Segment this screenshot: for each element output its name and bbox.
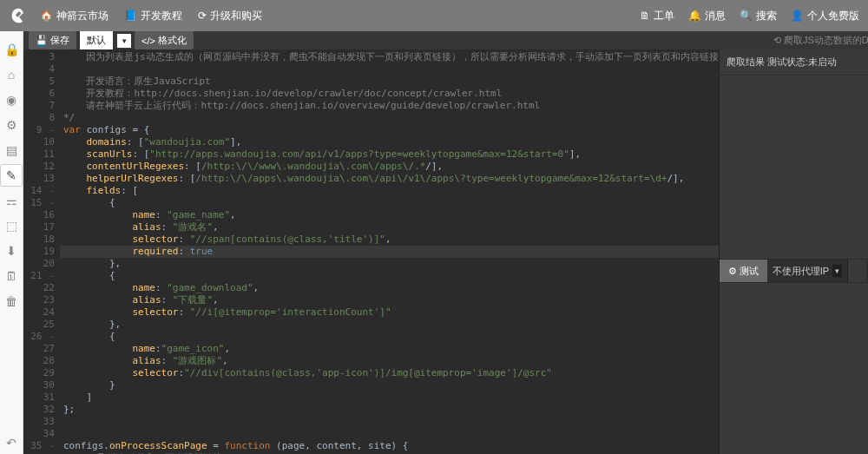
sidebar-lock-icon[interactable]: 🔒 [0, 38, 23, 61]
nav-tutorial[interactable]: 📘 开发教程 [124, 9, 182, 23]
breadcrumb: ⟲ 爬取JS动态数据的Demo-豌豆荚排行榜 [773, 34, 868, 47]
sidebar-dashboard-icon[interactable]: ◉ [0, 89, 23, 111]
app-logo [9, 5, 30, 26]
top-bar: 🏠 神箭云市场 📘 开发教程 ⟳ 升级和购买 🗎 工单 🔔 消息 🔍 搜索 👤 … [0, 0, 868, 31]
top-nav: 🏠 神箭云市场 📘 开发教程 ⟳ 升级和购买 [40, 9, 640, 23]
nav-upgrade[interactable]: ⟳ 升级和购买 [198, 9, 262, 23]
sidebar-edit-icon[interactable]: ✎ [0, 164, 23, 187]
sidebar-delete-icon[interactable]: 🗑 [0, 290, 23, 313]
sidebar-home-icon[interactable]: ⌂ [0, 63, 23, 86]
result-body [720, 76, 868, 259]
left-sidebar: 🔒 ⌂ ◉ ⚙ ▤ ✎ ⚎ ⬚ ⬇ 🗓 🗑 ↶ [0, 31, 23, 454]
line-gutter: 3456789 -1011121314 -15 -161718192021 -2… [23, 49, 60, 454]
sidebar-settings-icon[interactable]: ⚙ [0, 114, 23, 136]
save-button[interactable]: 💾 保存 [29, 31, 76, 49]
format-button[interactable]: </> 格式化 [135, 31, 194, 49]
sidebar-back-icon[interactable]: ↶ [0, 431, 23, 454]
sidebar-share-icon[interactable]: ⚎ [0, 189, 23, 212]
test-bar: ⚙ 测试 不使用代理IP▾ 全部▾ 全部▾ [720, 259, 868, 283]
test-status-value: 未启动 [808, 56, 837, 69]
top-right: 🗎 工单 🔔 消息 🔍 搜索 👤 个人免费版 [640, 9, 859, 23]
right-panel: 爬取结果 测试状态: 未启动 ✿ 清空结果 ⚙ 测试 不使用代理IP▾ 全部▾ … [719, 49, 868, 454]
test-status-label: 测试状态: [767, 56, 808, 69]
code-lines[interactable]: 因为列表是js动态生成的（网页源码中并没有，爬虫不能自动发现下一页和列表页链接）… [60, 49, 719, 454]
code-editor[interactable]: 3456789 -1011121314 -15 -161718192021 -2… [23, 49, 719, 454]
nav-message[interactable]: 🔔 消息 [688, 9, 726, 23]
default-dropdown[interactable]: ▾ [117, 34, 131, 48]
sidebar-data-icon[interactable]: ▤ [0, 139, 23, 161]
result-label: 爬取结果 [727, 56, 765, 69]
sidebar-calendar-icon[interactable]: 🗓 [0, 265, 23, 287]
test-button[interactable]: ⚙ 测试 [720, 260, 767, 282]
nav-search[interactable]: 🔍 搜索 [740, 9, 777, 23]
test-body [720, 283, 868, 454]
nav-account[interactable]: 👤 个人免费版 [791, 9, 859, 23]
sidebar-download-icon[interactable]: ⬇ [0, 240, 23, 262]
proxy-select[interactable]: 不使用代理IP▾ [767, 260, 848, 282]
sidebar-tag-icon[interactable]: ⬚ [0, 214, 23, 237]
nav-market[interactable]: 🏠 神箭云市场 [40, 9, 108, 23]
nav-workorder[interactable]: 🗎 工单 [640, 9, 674, 23]
result-header: 爬取结果 测试状态: 未启动 ✿ 清空结果 [720, 49, 868, 76]
editor-toolbar: 💾 保存 默认 ▾ </> 格式化 ⟲ 爬取JS动态数据的Demo-豌豆荚排行榜 [23, 31, 868, 49]
default-button[interactable]: 默认 [80, 31, 113, 49]
